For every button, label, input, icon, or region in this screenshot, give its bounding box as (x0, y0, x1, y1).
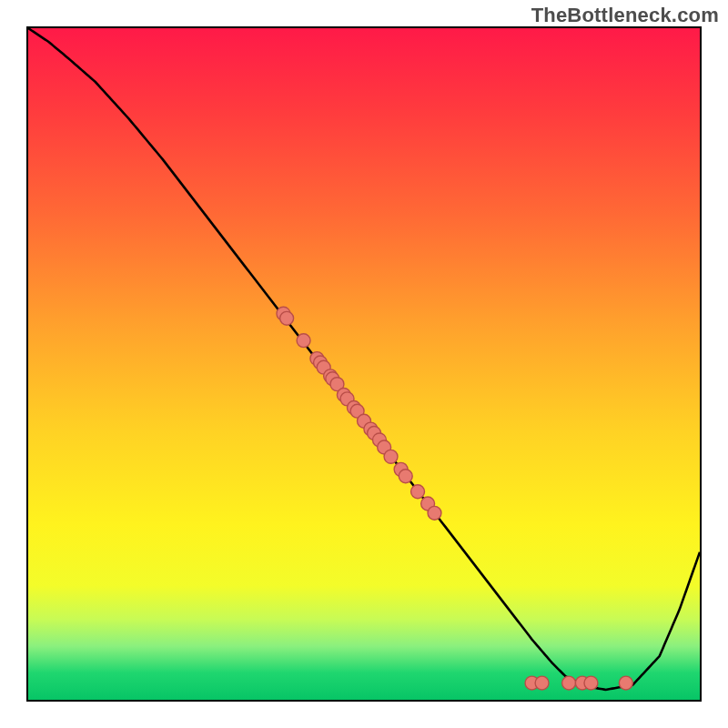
data-point (619, 676, 632, 690)
curve-layer (28, 28, 700, 700)
data-point (584, 676, 598, 690)
data-point (399, 470, 412, 483)
plot-area (26, 26, 702, 702)
bottleneck-curve (28, 28, 700, 690)
data-point (535, 676, 549, 690)
data-point (411, 485, 425, 499)
data-point (280, 311, 294, 325)
data-points (277, 307, 632, 690)
watermark-text: TheBottleneck.com (531, 4, 719, 27)
data-point (297, 334, 310, 348)
data-point (562, 676, 576, 690)
data-point (384, 450, 398, 463)
data-point (428, 506, 441, 520)
chart-frame: TheBottleneck.com (0, 0, 728, 728)
